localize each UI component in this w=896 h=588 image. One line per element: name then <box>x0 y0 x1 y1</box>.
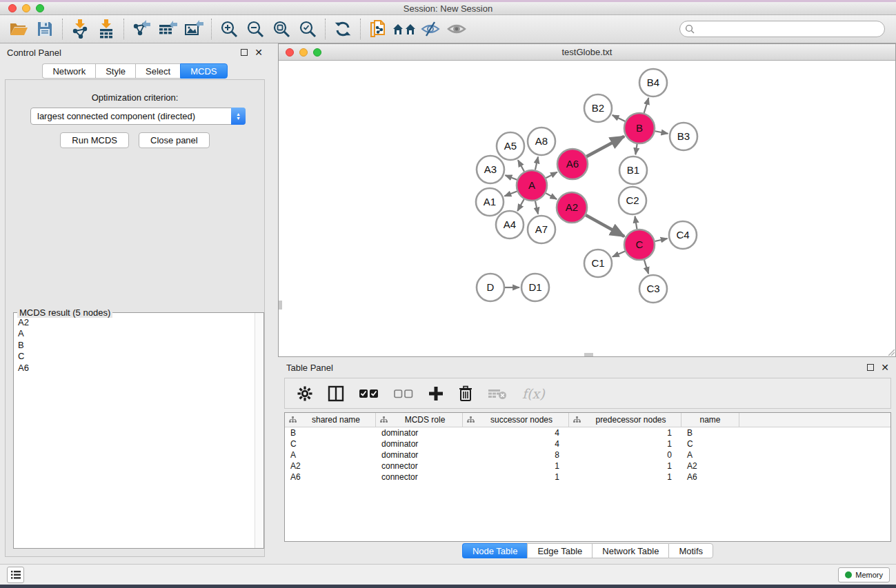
resize-grip-icon[interactable] <box>886 347 895 356</box>
network-graph[interactable]: B4B2BB3A5A8A6A3AB1A1A2C2A4A7C4CC1C3DD1 <box>279 61 895 356</box>
result-item[interactable]: A2 <box>18 317 255 328</box>
edge-A-A3[interactable] <box>505 175 517 180</box>
refresh-icon[interactable] <box>330 17 356 41</box>
deselect-all-icon[interactable] <box>394 389 413 398</box>
column-header-successor-nodes[interactable]: successor nodes <box>463 413 569 427</box>
show-all-icon[interactable] <box>444 17 470 41</box>
result-item[interactable]: A <box>18 328 255 339</box>
memory-button[interactable]: Memory <box>838 567 890 582</box>
table-row[interactable]: A2connector11A2 <box>285 460 890 472</box>
zoom-fit-icon[interactable] <box>268 17 295 41</box>
table-cell: connector <box>376 472 463 482</box>
open-file-icon[interactable] <box>6 17 32 41</box>
table-cell: A6 <box>285 472 376 482</box>
close-table-panel-icon[interactable]: ✕ <box>881 364 889 371</box>
new-network-from-selection-icon[interactable] <box>365 17 391 41</box>
tab-select[interactable]: Select <box>135 63 180 79</box>
column-header-MCDS-role[interactable]: MCDS role <box>376 413 463 427</box>
task-history-button[interactable] <box>7 567 24 583</box>
zoom-selected-icon[interactable] <box>295 17 321 41</box>
edge-A-A8[interactable] <box>535 156 538 170</box>
tab-mcds[interactable]: MCDS <box>180 63 227 79</box>
column-header-shared-name[interactable]: shared name <box>285 413 376 427</box>
edge-C-C1[interactable] <box>613 251 625 256</box>
edge-B-B3[interactable] <box>655 131 668 134</box>
table-cell: C <box>285 439 376 449</box>
close-panel-button[interactable]: Close panel <box>139 132 210 148</box>
network-canvas[interactable]: B4B2BB3A5A8A6A3AB1A1A2C2A4A7C4CC1C3DD1 <box>279 61 895 356</box>
zoom-out-icon[interactable] <box>242 17 268 41</box>
node-table[interactable]: shared nameMCDS rolesuccessor nodesprede… <box>284 412 891 542</box>
tab-network-table[interactable]: Network Table <box>592 543 668 558</box>
float-table-panel-icon[interactable] <box>867 364 874 371</box>
table-settings-icon[interactable] <box>297 386 312 401</box>
horizontal-scroll-indicator[interactable] <box>584 353 593 356</box>
mcds-result-list: A2ABCA6 <box>14 313 255 548</box>
network-maximize-button[interactable] <box>313 48 321 57</box>
edge-C-C4[interactable] <box>655 239 667 241</box>
export-network-icon[interactable] <box>128 17 155 41</box>
tab-network[interactable]: Network <box>42 63 95 79</box>
select-all-icon[interactable] <box>359 389 379 398</box>
add-icon[interactable] <box>428 386 444 401</box>
edge-A2-C[interactable] <box>586 215 624 236</box>
criterion-dropdown[interactable]: largest connected component (directed) ▲… <box>30 108 246 125</box>
table-cell: A2 <box>681 461 739 471</box>
table-row[interactable]: Adominator80A <box>285 449 890 460</box>
edge-A-A1[interactable] <box>504 191 517 196</box>
edge-A-A2[interactable] <box>546 193 557 199</box>
edge-C-C2[interactable] <box>635 216 637 230</box>
save-session-icon[interactable] <box>32 17 58 41</box>
edge-A-A6[interactable] <box>546 172 557 179</box>
zoom-in-icon[interactable] <box>216 17 242 41</box>
result-item[interactable]: B <box>18 340 255 351</box>
maximize-window-button[interactable] <box>36 4 44 12</box>
search-input[interactable] <box>679 21 885 37</box>
edge-C-C3[interactable] <box>644 260 648 274</box>
network-window-titlebar[interactable]: testGlobe.txt <box>279 44 895 61</box>
result-scrollbar[interactable] <box>255 313 263 548</box>
tab-style[interactable]: Style <box>95 63 135 79</box>
hide-selected-icon[interactable] <box>417 17 444 41</box>
edge-B-B2[interactable] <box>613 115 626 121</box>
result-item[interactable]: C <box>18 351 255 362</box>
memory-label: Memory <box>855 571 883 579</box>
import-table-icon[interactable] <box>93 17 119 41</box>
import-network-icon[interactable] <box>67 17 93 41</box>
vertical-scroll-indicator[interactable] <box>279 301 282 310</box>
column-visibility-icon[interactable] <box>328 385 344 402</box>
table-row[interactable]: Cdominator41C <box>285 438 890 449</box>
column-header-name[interactable]: name <box>681 413 739 427</box>
table-row[interactable]: Bdominator41B <box>285 427 890 438</box>
result-item[interactable]: A6 <box>18 363 255 374</box>
edge-B-B1[interactable] <box>635 144 637 154</box>
search-box <box>679 21 885 37</box>
tab-node-table[interactable]: Node Table <box>462 543 528 558</box>
edge-A-A5[interactable] <box>518 160 524 172</box>
edge-A6-B[interactable] <box>586 136 624 156</box>
column-header-predecessor-nodes[interactable]: predecessor nodes <box>569 413 681 427</box>
edge-A-A7[interactable] <box>535 201 538 214</box>
export-image-icon[interactable] <box>181 17 207 41</box>
tab-edge-table[interactable]: Edge Table <box>527 543 592 558</box>
close-window-button[interactable] <box>8 4 17 12</box>
edge-A-A4[interactable] <box>517 199 524 211</box>
first-neighbors-icon[interactable] <box>391 17 417 41</box>
delete-icon[interactable] <box>459 385 472 402</box>
network-minimize-button[interactable] <box>299 48 308 57</box>
export-table-icon[interactable] <box>155 17 181 41</box>
network-close-button[interactable] <box>286 48 294 57</box>
table-tabs: Node TableEdge TableNetwork TableMotifs <box>462 543 713 558</box>
float-panel-icon[interactable] <box>241 49 248 56</box>
node-label-A4: A4 <box>504 219 516 230</box>
close-panel-icon[interactable]: ✕ <box>255 49 263 56</box>
network-view-window: testGlobe.txt B4B2BB3A5A8A6A3AB1A1A2C2A4… <box>278 43 896 357</box>
table-row[interactable]: A6connector11A6 <box>285 472 890 483</box>
control-panel-header: Control Panel ✕ <box>0 43 270 61</box>
memory-status-icon <box>845 571 852 578</box>
tab-motifs[interactable]: Motifs <box>668 543 713 558</box>
edge-B-B4[interactable] <box>644 98 649 113</box>
run-mcds-button[interactable]: Run MCDS <box>60 132 129 148</box>
minimize-window-button[interactable] <box>22 4 30 12</box>
table-cell: 1 <box>569 428 681 438</box>
